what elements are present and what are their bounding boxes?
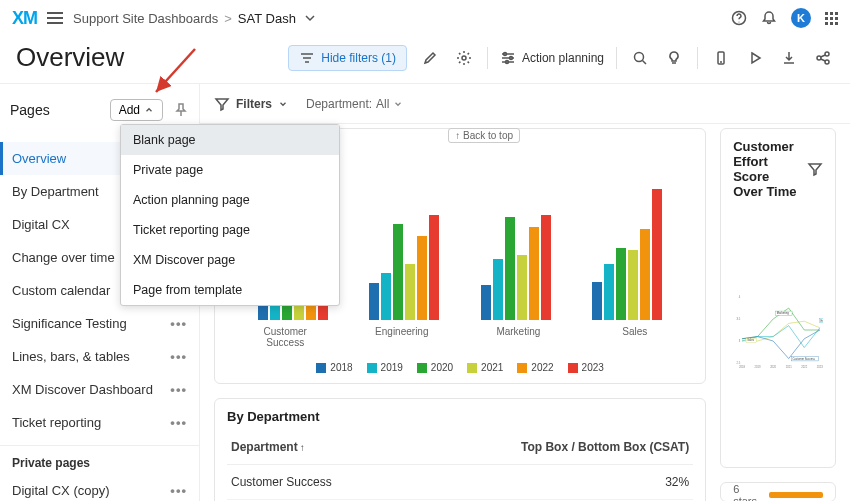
menu-item-ticket-reporting-page[interactable]: Ticket reporting page xyxy=(121,215,339,245)
menu-item-xm-discover-page[interactable]: XM Discover page xyxy=(121,245,339,275)
department-label: Department: xyxy=(306,97,372,111)
bar-category-label: Customer Success xyxy=(250,326,320,348)
hide-filters-label: Hide filters (1) xyxy=(321,51,396,65)
bar xyxy=(417,236,427,320)
menu-item-page-from-template[interactable]: Page from template xyxy=(121,275,339,305)
filters-button[interactable]: Filters xyxy=(214,96,288,112)
svg-text:2.5: 2.5 xyxy=(737,361,741,365)
lightbulb-icon[interactable] xyxy=(663,47,685,69)
bar-category-label: Engineering xyxy=(367,326,437,348)
bar xyxy=(381,273,391,320)
legend-item[interactable]: 2018 xyxy=(316,362,352,373)
breadcrumb: Support Site Dashboards > SAT Dash xyxy=(73,10,318,26)
avatar[interactable]: K xyxy=(791,8,811,28)
stars-bar xyxy=(769,492,823,498)
pin-icon[interactable] xyxy=(173,102,189,118)
svg-marker-24 xyxy=(216,99,228,110)
edit-icon[interactable] xyxy=(419,47,441,69)
more-icon[interactable]: ••• xyxy=(170,415,187,430)
hide-filters-button[interactable]: Hide filters (1) xyxy=(288,45,407,71)
col-topbox[interactable]: Top Box / Bottom Box (CSAT) xyxy=(405,434,693,465)
col-department[interactable]: Department↑ xyxy=(227,434,405,465)
more-icon[interactable]: ••• xyxy=(170,483,187,498)
sidebar-item-label: Ticket reporting xyxy=(12,415,101,430)
more-icon[interactable]: ••• xyxy=(170,349,187,364)
menu-item-private-page[interactable]: Private page xyxy=(121,155,339,185)
card-title-bydept: By Department xyxy=(227,409,693,424)
share-icon[interactable] xyxy=(812,47,834,69)
bar xyxy=(493,259,503,320)
more-icon[interactable]: ••• xyxy=(170,382,187,397)
bar xyxy=(505,217,515,320)
search-icon[interactable] xyxy=(629,47,651,69)
svg-line-21 xyxy=(821,55,826,57)
back-to-top-label: Back to top xyxy=(463,130,513,141)
sidebar-item-label: Digital CX xyxy=(12,217,70,232)
svg-line-22 xyxy=(821,59,826,61)
funnel-icon[interactable] xyxy=(807,161,823,177)
back-to-top-button[interactable]: ↑ Back to top xyxy=(448,128,520,143)
help-icon[interactable] xyxy=(731,10,747,26)
sort-asc-icon: ↑ xyxy=(300,442,305,453)
legend-item[interactable]: 2023 xyxy=(568,362,604,373)
page-title: Overview xyxy=(16,42,124,73)
gear-icon[interactable] xyxy=(453,47,475,69)
bar xyxy=(393,224,403,320)
table-row[interactable]: Customer Success32% xyxy=(227,465,693,500)
mobile-icon[interactable] xyxy=(710,47,732,69)
bar xyxy=(481,285,491,320)
xm-logo[interactable]: XM xyxy=(12,8,37,29)
sidebar-item-label: Custom calendar xyxy=(12,283,110,298)
breadcrumb-current[interactable]: SAT Dash xyxy=(238,11,296,26)
bell-icon[interactable] xyxy=(761,10,777,26)
bar xyxy=(529,227,539,320)
sidebar-item-xm-discover-dashboard[interactable]: XM Discover Dashboard••• xyxy=(0,373,199,406)
bydept-table: Department↑ Top Box / Bottom Box (CSAT) … xyxy=(227,434,693,501)
sidebar-item-lines-bars-tables[interactable]: Lines, bars, & tables••• xyxy=(0,340,199,373)
svg-text:2020: 2020 xyxy=(770,365,776,369)
svg-text:2021: 2021 xyxy=(786,365,792,369)
sidebar-item-significance-testing[interactable]: Significance Testing••• xyxy=(0,307,199,340)
chevron-down-icon[interactable] xyxy=(302,10,318,26)
department-value: All xyxy=(376,97,389,111)
svg-text:2018: 2018 xyxy=(739,365,745,369)
bar xyxy=(517,255,527,320)
card-title-effort: Customer Effort Score Over Time xyxy=(733,139,823,199)
top-icons: K xyxy=(731,8,838,28)
annotation-arrow xyxy=(150,44,210,104)
bar xyxy=(429,215,439,320)
action-planning-button[interactable]: Action planning xyxy=(500,50,604,66)
bar xyxy=(541,215,551,320)
play-icon[interactable] xyxy=(744,47,766,69)
sidebar-item-ticket-reporting[interactable]: Ticket reporting••• xyxy=(0,406,199,439)
svg-line-44 xyxy=(156,49,195,92)
breadcrumb-parent[interactable]: Support Site Dashboards xyxy=(73,11,218,26)
apps-icon[interactable] xyxy=(825,12,838,25)
sidebar-item-label: XM Discover Dashboard xyxy=(12,382,153,397)
svg-point-5 xyxy=(462,56,466,60)
legend-item[interactable]: 2020 xyxy=(417,362,453,373)
department-filter[interactable]: Department: All xyxy=(306,97,403,111)
svg-text:2019: 2019 xyxy=(755,365,761,369)
legend-item[interactable]: 2021 xyxy=(467,362,503,373)
bar xyxy=(640,229,650,320)
bar xyxy=(592,282,602,321)
svg-text:4: 4 xyxy=(739,295,741,299)
menu-item-blank-page[interactable]: Blank page xyxy=(121,125,339,155)
bar-category-label: Sales xyxy=(600,326,670,348)
svg-text:3.5: 3.5 xyxy=(737,317,741,321)
effort-title-text: Customer Effort Score Over Time xyxy=(733,139,801,199)
legend-item[interactable]: 2022 xyxy=(517,362,553,373)
menu-item-action-planning-page[interactable]: Action planning page xyxy=(121,185,339,215)
by-department-card: By Department Department↑ Top Box / Bott… xyxy=(214,398,706,501)
more-icon[interactable]: ••• xyxy=(170,316,187,331)
download-icon[interactable] xyxy=(778,47,800,69)
filter-icon xyxy=(299,50,315,66)
legend-item[interactable]: 2019 xyxy=(367,362,403,373)
sidebar-item-label: Overview xyxy=(12,151,66,166)
filters-label: Filters xyxy=(236,97,272,111)
sidebar-item-digital-cx-copy[interactable]: Digital CX (copy)••• xyxy=(0,474,199,501)
titlerow: Overview Hide filters (1) Action plannin… xyxy=(0,36,850,83)
action-planning-label: Action planning xyxy=(522,51,604,65)
hamburger-icon[interactable] xyxy=(47,12,63,24)
